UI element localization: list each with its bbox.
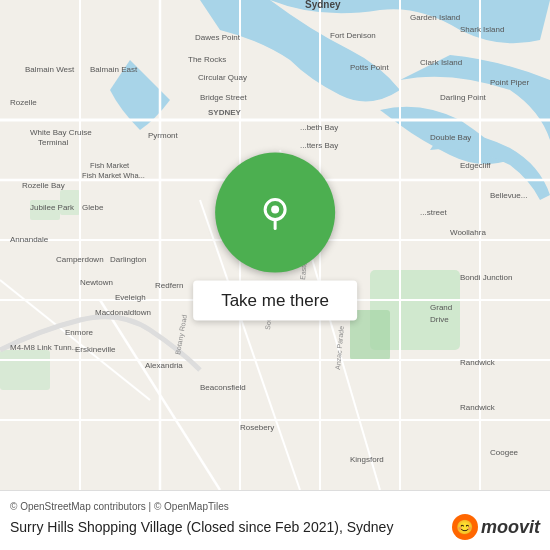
svg-text:Annandale: Annandale [10, 235, 49, 244]
svg-text:...tters Bay: ...tters Bay [300, 141, 338, 150]
svg-text:Bellevue...: Bellevue... [490, 191, 527, 200]
svg-text:Fish Market Wha...: Fish Market Wha... [82, 171, 145, 180]
map-attribution: © OpenStreetMap contributors | © OpenMap… [10, 501, 540, 512]
svg-point-79 [271, 206, 279, 214]
location-circle [215, 153, 335, 273]
svg-text:Darling Point: Darling Point [440, 93, 487, 102]
svg-text:...beth Bay: ...beth Bay [300, 123, 338, 132]
svg-text:Clark Island: Clark Island [420, 58, 462, 67]
svg-text:SYDNEY: SYDNEY [208, 108, 242, 117]
svg-text:Dawes Point: Dawes Point [195, 33, 241, 42]
svg-text:Erskineville: Erskineville [75, 345, 116, 354]
map-container: Balmain West Balmain East Dawes Point Th… [0, 0, 550, 490]
svg-text:Potts Point: Potts Point [350, 63, 389, 72]
svg-text:Pyrmont: Pyrmont [148, 131, 179, 140]
svg-text:Balmain West: Balmain West [25, 65, 75, 74]
svg-text:Camperdown: Camperdown [56, 255, 104, 264]
location-row: Surry Hills Shopping Village (Closed sin… [10, 514, 540, 540]
moovit-brand-text: moovit [481, 517, 540, 538]
svg-text:Bondi Junction: Bondi Junction [460, 273, 512, 282]
svg-text:Redfern: Redfern [155, 281, 183, 290]
moovit-logo: 😊 moovit [452, 514, 540, 540]
take-me-there-button[interactable]: Take me there [193, 281, 357, 321]
svg-text:Randwick: Randwick [460, 358, 496, 367]
pin-icon [255, 193, 295, 233]
svg-text:Kingsford: Kingsford [350, 455, 384, 464]
svg-rect-5 [0, 350, 50, 390]
svg-text:Garden Island: Garden Island [410, 13, 460, 22]
bottom-bar: © OpenStreetMap contributors | © OpenMap… [0, 490, 550, 550]
svg-text:Woollahra: Woollahra [450, 228, 486, 237]
svg-text:Balmain East: Balmain East [90, 65, 138, 74]
svg-text:Sydney: Sydney [305, 0, 341, 10]
svg-text:Drive: Drive [430, 315, 449, 324]
svg-text:Enmore: Enmore [65, 328, 94, 337]
svg-text:Terminal: Terminal [38, 138, 68, 147]
svg-text:Glebe: Glebe [82, 203, 104, 212]
svg-text:Fish Market: Fish Market [90, 161, 130, 170]
svg-text:Grand: Grand [430, 303, 452, 312]
svg-text:Rozelle: Rozelle [10, 98, 37, 107]
svg-text:Alexandria: Alexandria [145, 361, 183, 370]
svg-text:Beaconsfield: Beaconsfield [200, 383, 246, 392]
svg-text:Double Bay: Double Bay [430, 133, 471, 142]
svg-text:Coogee: Coogee [490, 448, 519, 457]
button-overlay: Take me there [193, 153, 357, 321]
svg-text:Bridge Street: Bridge Street [200, 93, 247, 102]
svg-text:Jubilee Park: Jubilee Park [30, 203, 75, 212]
svg-text:Fort Denison: Fort Denison [330, 31, 376, 40]
svg-text:White Bay Cruise: White Bay Cruise [30, 128, 92, 137]
svg-text:Newtown: Newtown [80, 278, 113, 287]
svg-text:The Rocks: The Rocks [188, 55, 226, 64]
moovit-face-icon: 😊 [452, 514, 478, 540]
svg-text:Shark Island: Shark Island [460, 25, 504, 34]
svg-text:Circular Quay: Circular Quay [198, 73, 247, 82]
svg-text:Eveleigh: Eveleigh [115, 293, 146, 302]
svg-text:Darlington: Darlington [110, 255, 146, 264]
svg-text:Edgecliff: Edgecliff [460, 161, 491, 170]
svg-text:Rosebery: Rosebery [240, 423, 274, 432]
svg-text:M4-M8 Link Tunn...: M4-M8 Link Tunn... [10, 343, 78, 352]
location-name: Surry Hills Shopping Village (Closed sin… [10, 519, 393, 535]
svg-text:Macdonaldtown: Macdonaldtown [95, 308, 151, 317]
svg-text:Randwick: Randwick [460, 403, 496, 412]
svg-text:...street: ...street [420, 208, 447, 217]
svg-text:Rozelle Bay: Rozelle Bay [22, 181, 65, 190]
svg-text:Point Piper: Point Piper [490, 78, 529, 87]
